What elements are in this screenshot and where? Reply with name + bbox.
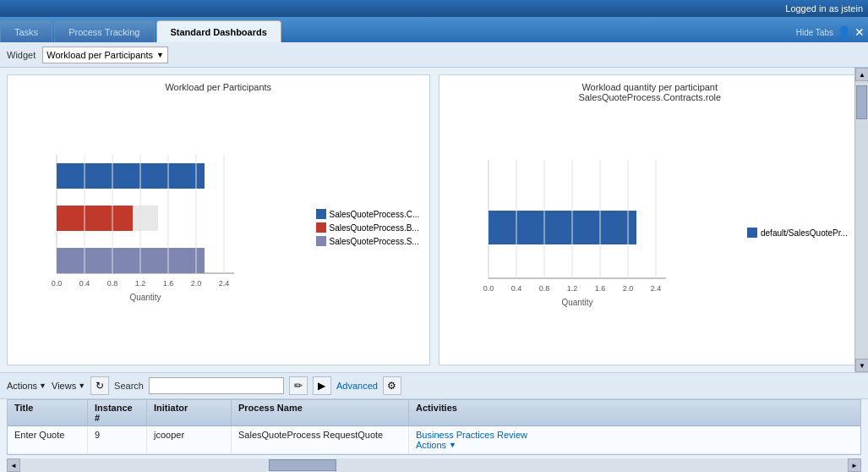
edit-icon[interactable]: ✏ xyxy=(289,376,308,395)
legend-color-2 xyxy=(316,222,326,233)
table-row: Enter Quote 9 jcooper SalesQuoteProcess … xyxy=(8,426,860,454)
svg-text:0.0: 0.0 xyxy=(483,284,494,293)
data-table: Title Instance # Initiator Process Name … xyxy=(7,399,861,455)
person-icon[interactable]: 👤 xyxy=(837,25,851,39)
hide-tabs-button[interactable]: Hide Tabs xyxy=(796,28,833,37)
hscroll-track xyxy=(20,458,848,472)
svg-text:0.8: 0.8 xyxy=(107,279,118,288)
svg-text:1.2: 1.2 xyxy=(135,279,146,288)
svg-text:Quantity: Quantity xyxy=(129,293,161,302)
row-actions-label: Actions xyxy=(416,440,446,450)
refresh-button[interactable]: ↻ xyxy=(90,376,109,395)
actions-arrow-icon: ▼ xyxy=(39,381,46,390)
widget-dropdown[interactable]: Workload per Participants ▼ xyxy=(42,47,168,63)
bar-2b xyxy=(133,206,158,231)
left-chart-visualization: 0.0 0.4 0.8 1.2 1.6 2.0 2.4 xyxy=(14,138,243,316)
scroll-thumb[interactable] xyxy=(856,85,867,119)
actions-label: Actions xyxy=(7,381,37,391)
tab-controls: Hide Tabs 👤 ✕ xyxy=(796,25,868,42)
close-icon[interactable]: ✕ xyxy=(854,25,865,39)
views-label: Views xyxy=(52,381,76,391)
scroll-right-icon: ► xyxy=(851,462,858,469)
right-legend-item-1: default/SalesQuotePr... xyxy=(747,228,854,238)
bar-3 xyxy=(57,248,205,273)
tab-process-tracking-label: Process Tracking xyxy=(68,27,139,37)
right-chart-legend: default/SalesQuotePr... xyxy=(744,228,854,238)
vertical-scrollbar[interactable]: ▲ ▼ xyxy=(854,68,868,372)
dropdown-arrow-icon: ▼ xyxy=(156,51,164,59)
tab-bar: Tasks Process Tracking Standard Dashboar… xyxy=(0,17,868,42)
svg-text:2.4: 2.4 xyxy=(219,279,230,288)
col-header-process[interactable]: Process Name xyxy=(232,400,409,425)
hscroll-thumb[interactable] xyxy=(269,459,336,471)
scroll-down-icon: ▼ xyxy=(859,362,865,370)
scroll-right-button[interactable]: ► xyxy=(848,458,861,472)
main-content: Workload per Participants xyxy=(0,68,868,472)
left-chart-svg: 0.0 0.4 0.8 1.2 1.6 2.0 2.4 xyxy=(14,138,313,317)
right-chart-title-2: SalesQuoteProcess.Contracts.role xyxy=(446,92,854,102)
legend-item-1: SalesQuoteProcess.C... xyxy=(316,209,423,219)
right-chart-visualization: 0.0 0.4 0.8 1.2 1.6 2.0 2.4 xyxy=(446,143,674,321)
right-bar-1 xyxy=(489,211,636,244)
right-chart-panel: Workload quantity per participant SalesQ… xyxy=(439,74,862,365)
horizontal-scrollbar[interactable]: ◄ ► xyxy=(7,458,861,472)
widget-dropdown-value: Workload per Participants xyxy=(46,50,153,60)
svg-text:1.6: 1.6 xyxy=(594,284,605,293)
cell-instance: 9 xyxy=(88,426,147,453)
right-legend-label-1: default/SalesQuotePr... xyxy=(761,228,848,238)
scroll-left-icon: ◄ xyxy=(10,462,17,469)
left-chart-title: Workload per Participants xyxy=(14,82,423,92)
play-icon[interactable]: ▶ xyxy=(313,376,331,395)
svg-text:0.4: 0.4 xyxy=(510,284,521,293)
legend-color-1 xyxy=(316,209,326,219)
cell-initiator: jcooper xyxy=(147,426,232,453)
legend-label-2: SalesQuoteProcess.B... xyxy=(330,223,419,233)
advanced-link[interactable]: Advanced xyxy=(336,381,378,391)
svg-text:0.8: 0.8 xyxy=(538,284,549,293)
col-header-initiator[interactable]: Initiator xyxy=(147,400,232,425)
bar-2 xyxy=(57,206,133,231)
views-button[interactable]: Views ▼ xyxy=(52,381,85,391)
col-header-activities[interactable]: Activities xyxy=(409,400,860,425)
svg-text:1.6: 1.6 xyxy=(163,279,174,288)
svg-text:2.0: 2.0 xyxy=(622,284,633,293)
bar-1 xyxy=(57,163,205,189)
charts-area: Workload per Participants xyxy=(0,68,868,372)
scroll-left-button[interactable]: ◄ xyxy=(7,458,20,472)
svg-text:0.4: 0.4 xyxy=(79,279,90,288)
right-chart-title-1: Workload quantity per participant xyxy=(446,82,854,92)
tab-standard-dashboards[interactable]: Standard Dashboards xyxy=(156,20,281,42)
cell-activities: Business Practices Review Actions ▼ xyxy=(409,426,860,453)
actions-button[interactable]: Actions ▼ xyxy=(7,381,46,391)
table-header: Title Instance # Initiator Process Name … xyxy=(8,400,860,426)
tab-tasks[interactable]: Tasks xyxy=(0,20,52,42)
svg-text:2.0: 2.0 xyxy=(191,279,202,288)
svg-text:1.2: 1.2 xyxy=(566,284,577,293)
legend-item-2: SalesQuoteProcess.B... xyxy=(316,222,423,233)
tab-process-tracking[interactable]: Process Tracking xyxy=(54,20,154,42)
search-input[interactable] xyxy=(149,377,284,394)
legend-item-3: SalesQuoteProcess.S... xyxy=(316,236,423,246)
row-actions-arrow-icon: ▼ xyxy=(449,441,456,449)
search-label: Search xyxy=(114,381,144,391)
tab-standard-dashboards-label: Standard Dashboards xyxy=(171,27,267,37)
scroll-down-button[interactable]: ▼ xyxy=(855,359,868,372)
row-actions-dropdown[interactable]: Actions ▼ xyxy=(416,440,854,450)
views-arrow-icon: ▼ xyxy=(78,381,85,390)
right-legend-color-1 xyxy=(747,228,757,238)
scroll-track xyxy=(855,81,868,359)
settings-icon[interactable]: ⚙ xyxy=(383,376,401,395)
logged-in-text: Logged in as jstein xyxy=(785,3,863,14)
top-bar: Logged in as jstein xyxy=(0,0,868,17)
widget-bar: Widget Workload per Participants ▼ xyxy=(0,42,868,68)
legend-color-3 xyxy=(316,236,326,246)
scroll-up-button[interactable]: ▲ xyxy=(855,68,868,81)
legend-label-1: SalesQuoteProcess.C... xyxy=(330,210,420,219)
activities-link[interactable]: Business Practices Review xyxy=(416,430,527,440)
col-header-instance[interactable]: Instance # xyxy=(88,400,147,425)
right-chart-inner: 0.0 0.4 0.8 1.2 1.6 2.0 2.4 xyxy=(446,107,854,358)
left-chart-legend: SalesQuoteProcess.C... SalesQuoteProcess… xyxy=(313,209,423,246)
col-header-title[interactable]: Title xyxy=(8,400,88,425)
tab-tasks-label: Tasks xyxy=(14,27,38,37)
left-chart-inner: 0.0 0.4 0.8 1.2 1.6 2.0 2.4 xyxy=(14,97,423,358)
